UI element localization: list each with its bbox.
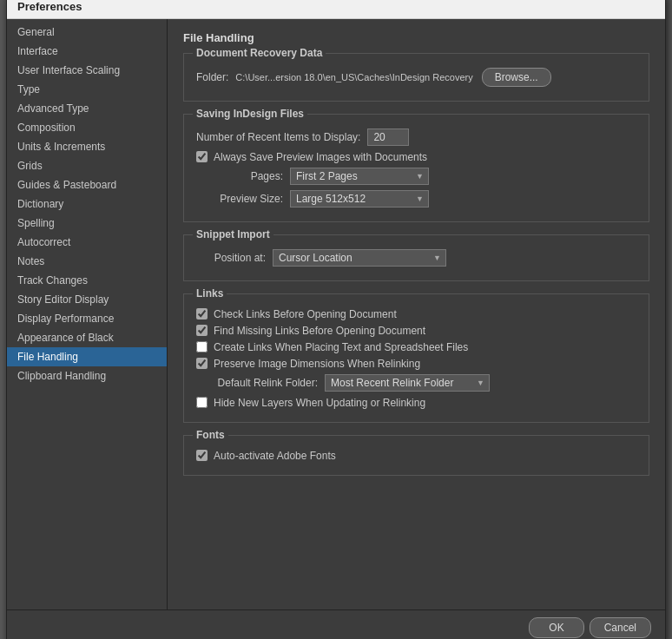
saving-indesign-title: Saving InDesign Files <box>193 108 307 120</box>
fonts-title: Fonts <box>193 429 228 441</box>
hide-layers-row: Hide New Layers When Updating or Relinki… <box>196 397 636 409</box>
always-save-checkbox[interactable] <box>196 151 208 162</box>
hide-layers-label: Hide New Layers When Updating or Relinki… <box>214 397 425 409</box>
position-select-wrapper: Cursor Location Original Location <box>273 249 446 267</box>
dialog-title: Preferences <box>17 0 82 13</box>
sidebar-item-grids[interactable]: Grids <box>7 156 167 175</box>
snippet-import-group: Snippet Import Position at: Cursor Locat… <box>183 234 649 281</box>
sidebar-item-advanced-type[interactable]: Advanced Type <box>7 99 167 118</box>
create-links-label: Create Links When Placing Text and Sprea… <box>214 341 468 353</box>
document-recovery-title: Document Recovery Data <box>193 47 326 59</box>
folder-label: Folder: <box>196 71 228 83</box>
snippet-import-content: Position at: Cursor Location Original Lo… <box>196 249 636 267</box>
preferences-dialog: Preferences GeneralInterfaceUser Interfa… <box>6 0 666 639</box>
create-links-row: Create Links When Placing Text and Sprea… <box>196 341 636 353</box>
find-missing-label: Find Missing Links Before Opening Docume… <box>214 325 425 337</box>
pages-select-wrapper: First 2 Pages All Pages <box>290 168 429 185</box>
fonts-group: Fonts Auto-activate Adobe Fonts <box>183 435 649 476</box>
preserve-image-checkbox[interactable] <box>196 358 208 369</box>
preview-size-select-wrapper: Large 512x512 Extra Large 1024x1024 <box>290 190 429 208</box>
sidebar-item-file-handling[interactable]: File Handling <box>7 347 167 366</box>
folder-path: C:\User...ersion 18.0\en_US\Caches\InDes… <box>235 72 472 82</box>
check-links-row: Check Links Before Opening Document <box>196 308 636 320</box>
sidebar-item-spelling[interactable]: Spelling <box>7 214 167 233</box>
browse-button[interactable]: Browse... <box>482 68 551 87</box>
relink-folder-select-wrapper: Most Recent Relink Folder Original Relin… <box>325 374 490 392</box>
snippet-import-title: Snippet Import <box>193 228 273 240</box>
recent-items-label: Number of Recent Items to Display: <box>196 131 360 143</box>
preview-size-row: Preview Size: Large 512x512 Extra Large … <box>214 190 636 208</box>
sidebar-item-appearance-of-black[interactable]: Appearance of Black <box>7 328 167 347</box>
check-links-label: Check Links Before Opening Document <box>214 308 397 320</box>
dialog-footer: OK Cancel <box>7 609 665 640</box>
recent-items-input[interactable] <box>367 128 409 146</box>
sidebar-item-story-editor-display[interactable]: Story Editor Display <box>7 290 167 309</box>
sidebar-item-track-changes[interactable]: Track Changes <box>7 271 167 290</box>
sidebar-item-guides-&-pasteboard[interactable]: Guides & Pasteboard <box>7 175 167 194</box>
relink-folder-label: Default Relink Folder: <box>214 377 318 389</box>
saving-indesign-group: Saving InDesign Files Number of Recent I… <box>183 114 649 222</box>
always-save-row: Always Save Preview Images with Document… <box>196 151 636 163</box>
sidebar: GeneralInterfaceUser Interface ScalingTy… <box>7 19 168 609</box>
sidebar-item-composition[interactable]: Composition <box>7 118 167 137</box>
dialog-title-bar: Preferences <box>7 0 665 19</box>
sidebar-item-notes[interactable]: Notes <box>7 252 167 271</box>
pages-select[interactable]: First 2 Pages All Pages <box>290 168 429 185</box>
relink-folder-row: Default Relink Folder: Most Recent Relin… <box>214 374 636 392</box>
find-missing-checkbox[interactable] <box>196 325 208 336</box>
links-group: Links Check Links Before Opening Documen… <box>183 293 649 423</box>
fonts-content: Auto-activate Adobe Fonts <box>196 450 636 462</box>
auto-activate-row: Auto-activate Adobe Fonts <box>196 450 636 462</box>
ok-button[interactable]: OK <box>529 617 583 638</box>
find-missing-row: Find Missing Links Before Opening Docume… <box>196 325 636 337</box>
cancel-button[interactable]: Cancel <box>590 617 651 638</box>
sidebar-item-type[interactable]: Type <box>7 80 167 99</box>
hide-layers-checkbox[interactable] <box>196 397 208 408</box>
sidebar-item-clipboard-handling[interactable]: Clipboard Handling <box>7 366 167 385</box>
auto-activate-label: Auto-activate Adobe Fonts <box>214 450 336 462</box>
pages-label: Pages: <box>214 170 283 182</box>
preserve-image-row: Preserve Image Dimensions When Relinking <box>196 358 636 370</box>
saving-indesign-content: Number of Recent Items to Display: Alway… <box>196 128 636 208</box>
links-content: Check Links Before Opening Document Find… <box>196 308 636 409</box>
recent-items-row: Number of Recent Items to Display: <box>196 128 636 146</box>
always-save-label: Always Save Preview Images with Document… <box>214 151 427 163</box>
position-label: Position at: <box>196 252 266 264</box>
document-recovery-content: Folder: C:\User...ersion 18.0\en_US\Cach… <box>196 68 636 87</box>
document-recovery-group: Document Recovery Data Folder: C:\User..… <box>183 53 649 102</box>
preview-size-label: Preview Size: <box>214 193 283 205</box>
relink-folder-select[interactable]: Most Recent Relink Folder Original Relin… <box>325 374 490 392</box>
position-row: Position at: Cursor Location Original Lo… <box>196 249 636 267</box>
auto-activate-checkbox[interactable] <box>196 450 208 461</box>
main-content: File Handling Document Recovery Data Fol… <box>168 19 665 609</box>
position-select[interactable]: Cursor Location Original Location <box>273 249 446 267</box>
links-title: Links <box>193 287 227 300</box>
check-links-checkbox[interactable] <box>196 308 208 320</box>
section-title: File Handling <box>183 31 649 44</box>
sidebar-item-autocorrect[interactable]: Autocorrect <box>7 233 167 252</box>
folder-row: Folder: C:\User...ersion 18.0\en_US\Cach… <box>196 68 636 87</box>
sidebar-item-interface[interactable]: Interface <box>7 42 167 61</box>
pages-row: Pages: First 2 Pages All Pages <box>214 168 636 185</box>
sidebar-item-general[interactable]: General <box>7 23 167 42</box>
sidebar-item-user-interface-scaling[interactable]: User Interface Scaling <box>7 61 167 80</box>
sidebar-item-dictionary[interactable]: Dictionary <box>7 194 167 214</box>
sidebar-item-units-&-increments[interactable]: Units & Increments <box>7 137 167 156</box>
sidebar-item-display-performance[interactable]: Display Performance <box>7 309 167 328</box>
dialog-body: GeneralInterfaceUser Interface ScalingTy… <box>7 19 665 609</box>
preview-size-select[interactable]: Large 512x512 Extra Large 1024x1024 <box>290 190 429 208</box>
preserve-image-label: Preserve Image Dimensions When Relinking <box>214 358 420 370</box>
create-links-checkbox[interactable] <box>196 341 208 352</box>
